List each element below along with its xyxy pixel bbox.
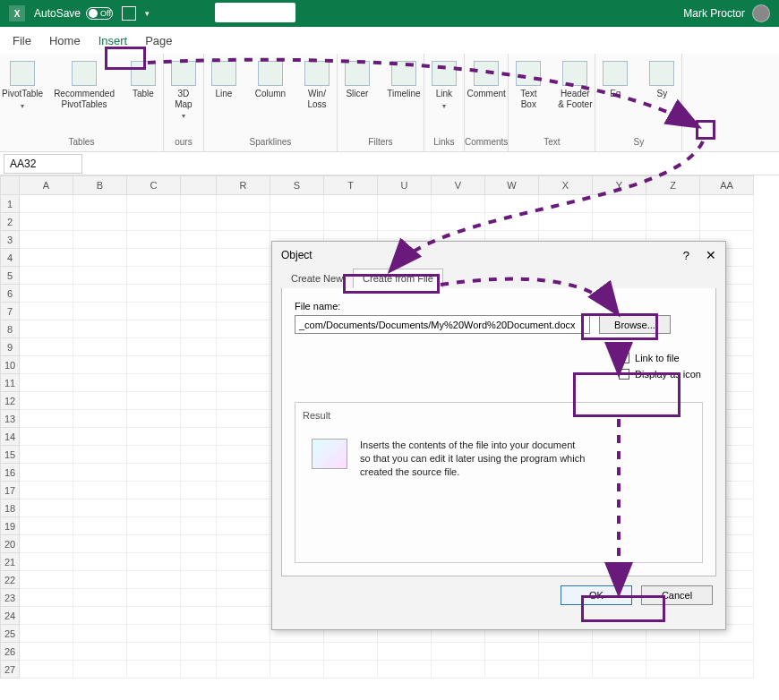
row-header[interactable]: 17	[0, 482, 20, 499]
cell[interactable]	[73, 303, 127, 320]
cell[interactable]	[127, 535, 181, 553]
row-header[interactable]: 21	[0, 553, 20, 571]
cell[interactable]	[20, 249, 73, 267]
ribbon-item-sy[interactable]: Sy	[642, 59, 681, 101]
ribbon-item-pivottable[interactable]: PivotTable▾	[0, 59, 45, 112]
cell[interactable]	[127, 589, 181, 607]
cell[interactable]	[646, 195, 700, 213]
ribbon-item-slicer[interactable]: Slicer	[338, 59, 377, 101]
cell[interactable]	[73, 410, 127, 428]
cell[interactable]	[73, 267, 127, 285]
cell[interactable]	[181, 374, 217, 392]
cell[interactable]	[217, 482, 270, 499]
cell[interactable]	[73, 625, 127, 643]
column-header[interactable]: Z	[646, 175, 700, 195]
cell[interactable]	[217, 267, 270, 285]
cell[interactable]	[217, 356, 270, 374]
cell[interactable]	[217, 195, 270, 213]
cell[interactable]	[646, 213, 700, 231]
cell[interactable]	[217, 643, 270, 661]
cell[interactable]	[127, 267, 181, 285]
cell[interactable]	[127, 517, 181, 535]
cell[interactable]	[181, 338, 217, 356]
row-header[interactable]: 16	[0, 464, 20, 482]
cell[interactable]	[20, 589, 73, 607]
cell[interactable]	[127, 446, 181, 464]
cell[interactable]	[20, 356, 73, 374]
row-header[interactable]: 26	[0, 643, 20, 661]
row-header[interactable]: 8	[0, 320, 20, 338]
cell[interactable]	[127, 428, 181, 446]
cell[interactable]	[593, 195, 646, 213]
cell[interactable]	[127, 303, 181, 320]
cell[interactable]	[217, 428, 270, 446]
cell[interactable]	[73, 589, 127, 607]
cell[interactable]	[217, 517, 270, 535]
cell[interactable]	[181, 303, 217, 320]
column-header[interactable]: C	[127, 175, 181, 195]
cell[interactable]	[127, 571, 181, 589]
cell[interactable]	[181, 553, 217, 571]
cell[interactable]	[20, 213, 73, 231]
cell[interactable]	[378, 195, 432, 213]
row-header[interactable]: 27	[0, 661, 20, 679]
cell[interactable]	[20, 499, 73, 517]
cell[interactable]	[127, 285, 181, 303]
cell[interactable]	[217, 249, 270, 267]
column-header[interactable]	[181, 175, 217, 195]
ribbon-item-column[interactable]: Column	[251, 59, 290, 101]
ribbon-item-win-loss[interactable]: Win/Loss	[297, 59, 337, 111]
column-header[interactable]: R	[217, 175, 270, 195]
cell[interactable]	[270, 195, 324, 213]
cell[interactable]	[73, 517, 127, 535]
cell[interactable]	[181, 195, 217, 213]
cell[interactable]	[181, 267, 217, 285]
cell[interactable]	[127, 338, 181, 356]
cell[interactable]	[181, 625, 217, 643]
cell[interactable]	[20, 482, 73, 499]
cell[interactable]	[539, 195, 593, 213]
ribbon-item-text-box[interactable]: TextBox	[509, 59, 548, 111]
tab-create-from-file[interactable]: Create from File	[353, 269, 443, 288]
cell[interactable]	[646, 643, 700, 661]
row-header[interactable]: 6	[0, 285, 20, 303]
cell[interactable]	[217, 320, 270, 338]
cell[interactable]	[73, 446, 127, 464]
cell[interactable]	[217, 303, 270, 320]
column-header[interactable]: X	[539, 175, 593, 195]
row-header[interactable]: 11	[0, 374, 20, 392]
cell[interactable]	[127, 553, 181, 571]
column-header[interactable]: Y	[593, 175, 646, 195]
cell[interactable]	[181, 482, 217, 499]
ok-button[interactable]: OK	[561, 585, 632, 605]
cell[interactable]	[127, 195, 181, 213]
column-header[interactable]: AA	[700, 175, 754, 195]
cell[interactable]	[73, 535, 127, 553]
ribbon-item-line[interactable]: Line	[204, 59, 244, 101]
row-header[interactable]: 10	[0, 356, 20, 374]
cell[interactable]	[181, 213, 217, 231]
ribbon-item-header-&-footer[interactable]: Header& Footer	[555, 59, 595, 111]
select-all-corner[interactable]	[0, 175, 20, 195]
cell[interactable]	[181, 320, 217, 338]
cell[interactable]	[539, 213, 593, 231]
column-header[interactable]: U	[378, 175, 432, 195]
cell[interactable]	[181, 446, 217, 464]
cell[interactable]	[217, 374, 270, 392]
cell[interactable]	[217, 625, 270, 643]
cell[interactable]	[485, 195, 539, 213]
name-box[interactable]: AA32	[4, 154, 82, 174]
cell[interactable]	[217, 553, 270, 571]
row-header[interactable]: 13	[0, 410, 20, 428]
ribbon-item-3d-map[interactable]: 3DMap▾	[164, 59, 203, 122]
cell[interactable]	[127, 464, 181, 482]
cell[interactable]	[700, 213, 754, 231]
cell[interactable]	[73, 213, 127, 231]
ribbon-item-table[interactable]: Table	[124, 59, 163, 101]
cell[interactable]	[217, 392, 270, 410]
cell[interactable]	[20, 303, 73, 320]
cell[interactable]	[73, 231, 127, 249]
row-header[interactable]: 9	[0, 338, 20, 356]
cell[interactable]	[127, 661, 181, 679]
cell[interactable]	[73, 428, 127, 446]
